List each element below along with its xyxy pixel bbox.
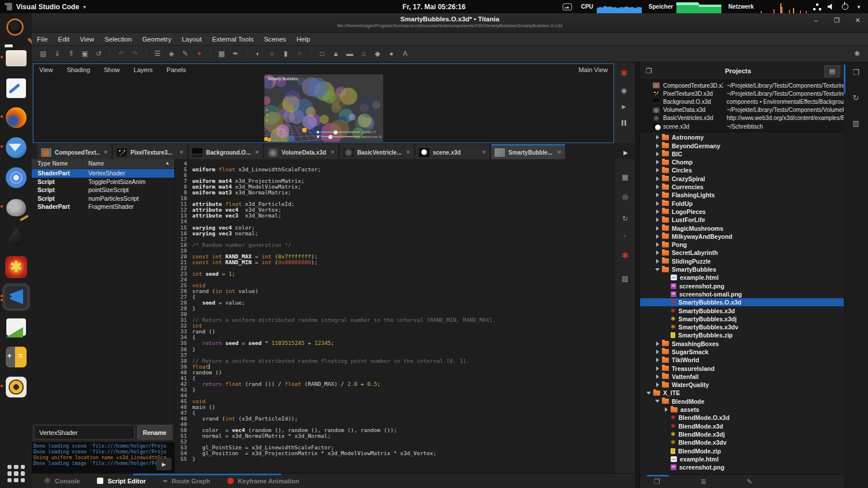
elevation-icon[interactable]: ⌂: [357, 47, 371, 60]
tree-item[interactable]: LogoPieces: [640, 208, 844, 216]
expanded-arrow-icon[interactable]: [646, 392, 652, 395]
tree-item[interactable]: Circles: [640, 166, 844, 174]
tree-item[interactable]: ✱SmartyBubbles.x3dv: [640, 323, 844, 331]
code-line[interactable]: srand (int (x3d_ParticleId));: [192, 416, 615, 422]
tree-item[interactable]: X_ITE: [640, 389, 844, 397]
edit-panel-icon[interactable]: ✎: [747, 478, 753, 486]
code-line[interactable]: main (): [192, 404, 615, 410]
code-line[interactable]: seed = value;: [192, 300, 615, 306]
code-line[interactable]: }: [192, 456, 615, 462]
ellipse-icon[interactable]: ○: [265, 47, 279, 60]
tree-item[interactable]: ✱SmartyBubbles.x3dj: [640, 315, 844, 323]
tab-close-icon[interactable]: ✕: [179, 149, 184, 155]
grid-layout-icon[interactable]: ▦: [619, 171, 631, 183]
code-line[interactable]: [192, 265, 615, 271]
check-style-icon[interactable]: ◎: [619, 190, 631, 203]
code-line[interactable]: return seed = seed * 1103515245 + 12345;: [192, 340, 615, 346]
code-line[interactable]: random (): [192, 370, 615, 376]
tree-item[interactable]: SmartyBubbles.zip: [640, 331, 844, 339]
menu-file[interactable]: File: [32, 36, 53, 43]
tree-item[interactable]: Astronomy: [640, 133, 844, 141]
collapsed-arrow-icon[interactable]: [654, 201, 660, 206]
preview-slider[interactable]: particles (num 100: [317, 134, 381, 139]
preview-slider[interactable]: pointSize 77: [317, 130, 381, 134]
tree-item[interactable]: ✱BlendMode.x3d: [640, 422, 844, 430]
collapsed-arrow-icon[interactable]: [654, 358, 660, 362]
tree-item[interactable]: TreasureIsland: [640, 364, 844, 372]
rectangle-icon[interactable]: ▮: [279, 47, 293, 60]
toolbar-far-icon[interactable]: ✱: [854, 50, 860, 58]
dock-item-gimp[interactable]: [5, 196, 28, 219]
collapsed-arrow-icon[interactable]: [654, 185, 660, 189]
tree-item[interactable]: SugarSmack: [640, 348, 844, 356]
dock-item-thunderbird[interactable]: [5, 136, 28, 159]
bottom-tab-console[interactable]: Console: [44, 478, 80, 485]
recent-file-row[interactable]: scene.x3d~/Schreibtisch: [640, 122, 844, 130]
collapsed-arrow-icon[interactable]: [654, 193, 660, 197]
viewbar-show[interactable]: Show: [104, 66, 120, 73]
code-line[interactable]: uniform mat3 x3d_NormalMatrix;: [192, 190, 615, 196]
viewbar-view[interactable]: View: [39, 66, 53, 73]
box-icon[interactable]: □: [315, 47, 329, 60]
history-tab-icon[interactable]: ↻: [850, 91, 862, 104]
x3d-preview[interactable]: Smarty Bubbles pointSize 77particles (nu…: [264, 74, 383, 142]
manipulator-dot[interactable]: [266, 109, 268, 111]
code-line[interactable]: gl_Position = x3d_ProjectionMatrix * x3d…: [192, 451, 615, 456]
collapsed-arrow-icon[interactable]: [654, 374, 660, 379]
code-line[interactable]: }: [192, 387, 615, 393]
tree-item[interactable]: ✱SmartyBubbles.x3d: [640, 306, 844, 314]
collapsed-arrow-icon[interactable]: [654, 350, 660, 354]
window-titlebar[interactable]: SmartyBubbles.O.x3d* • Titania file:///h…: [32, 13, 868, 33]
menu-geometry[interactable]: Geometry: [137, 36, 177, 43]
dot-icon[interactable]: ◦: [619, 230, 631, 242]
node-editor-icon[interactable]: ◈: [164, 47, 178, 60]
tree-item[interactable]: TikiWorld: [640, 356, 844, 364]
recent-file-row[interactable]: Background.O.x3dcomponents • Environment…: [640, 97, 844, 106]
tree-item[interactable]: MagicMushrooms: [640, 224, 844, 232]
tree-item[interactable]: SecretLabyrinth: [640, 249, 844, 257]
dock-item-inkscape[interactable]: [5, 226, 28, 249]
code-line[interactable]: void: [192, 399, 615, 404]
outline-editor-icon[interactable]: ☰: [151, 47, 164, 60]
collapsed-arrow-icon[interactable]: [654, 242, 660, 247]
browse-mode-icon[interactable]: ◉: [618, 84, 630, 97]
node-row[interactable]: ScriptnumParticlesScript: [32, 194, 174, 203]
panel-divider[interactable]: [635, 62, 639, 488]
dock-item-text-editor[interactable]: [5, 77, 28, 100]
titania-logo-icon[interactable]: ✱: [618, 67, 630, 80]
collapsed-arrow-icon[interactable]: [654, 152, 660, 156]
collapsed-arrow-icon[interactable]: [654, 259, 660, 264]
tree-item[interactable]: Pong: [640, 241, 844, 249]
menu-selection[interactable]: Selection: [99, 36, 137, 43]
collapsed-arrow-icon[interactable]: [654, 144, 660, 148]
code-line[interactable]: {: [192, 294, 615, 300]
code-line[interactable]: srand (in int value): [192, 288, 615, 294]
snapshot-icon[interactable]: ▨: [619, 272, 631, 285]
dock-item-titania[interactable]: [5, 256, 28, 279]
code-line[interactable]: [192, 219, 615, 224]
code-editor[interactable]: 4567891011121314151617181920212223242526…: [175, 159, 615, 473]
tree-item[interactable]: Currencies: [640, 183, 844, 191]
expanded-arrow-icon[interactable]: [654, 268, 660, 271]
pencil-icon[interactable]: ✎: [178, 47, 192, 60]
code-line[interactable]: rand (): [192, 329, 615, 335]
code-line[interactable]: // Return a uniform distributed random i…: [192, 317, 615, 323]
tree-item[interactable]: SmashingBoxes: [640, 340, 844, 348]
node-row[interactable]: ScriptpointSizeScript: [32, 186, 174, 194]
menu-layout[interactable]: Layout: [177, 36, 207, 43]
code-line[interactable]: attribute vec3 x3d_Normal;: [192, 213, 615, 219]
tree-item[interactable]: </>example.html: [640, 273, 844, 281]
manipulator-dot[interactable]: [266, 119, 268, 121]
network-status-icon[interactable]: [811, 0, 823, 13]
menu-scenes[interactable]: Scenes: [259, 36, 291, 43]
x-ite-icon[interactable]: ✦: [192, 47, 206, 60]
viewpoint-icon[interactable]: ◐: [251, 47, 265, 60]
tree-item[interactable]: Vattenfall: [640, 373, 844, 381]
tab-close-icon[interactable]: ✕: [557, 149, 562, 155]
recent-file-row[interactable]: ComposedTexture3D.x3d~/Projekte/Library/…: [640, 81, 844, 89]
code-line[interactable]: // Return a uniform distributed random f…: [192, 358, 615, 364]
tree-item[interactable]: CrazySpiral: [640, 175, 844, 183]
dock-item-firefox[interactable]: [5, 106, 28, 129]
code-line[interactable]: [192, 393, 615, 399]
column-name[interactable]: Name: [88, 160, 104, 168]
